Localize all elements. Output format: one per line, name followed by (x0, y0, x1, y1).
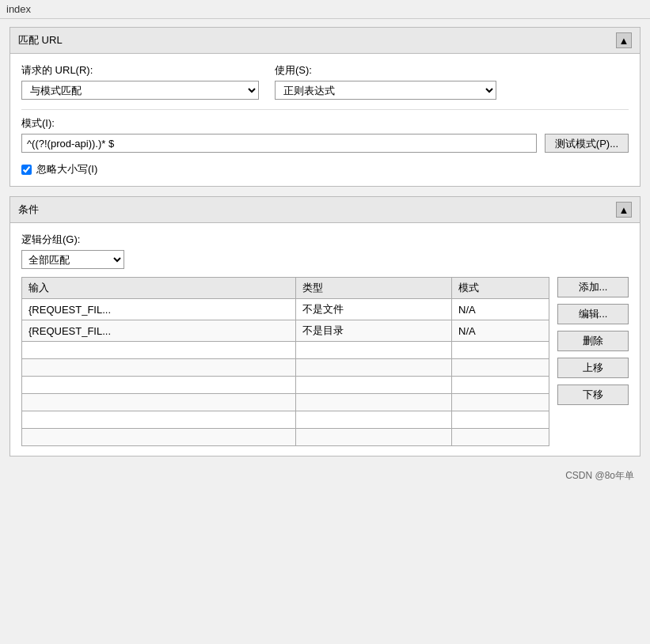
url-use-row: 请求的 URL(R): 与模式匹配 使用(S): 正则表达式 (21, 63, 629, 100)
use-label: 使用(S): (275, 63, 496, 78)
table-row[interactable]: {REQUEST_FIL... 不是目录 N/A (22, 320, 549, 342)
add-button[interactable]: 添加... (557, 277, 629, 297)
cell-type: 不是文件 (295, 299, 451, 320)
move-down-button[interactable]: 下移 (557, 385, 629, 405)
col-pattern: 模式 (452, 278, 549, 299)
ignore-case-row: 忽略大小写(I) (21, 162, 629, 176)
actions-panel: 添加... 编辑... 删除 上移 下移 (557, 277, 629, 405)
col-type: 类型 (295, 278, 451, 299)
table-row-empty (22, 429, 549, 446)
table-row[interactable]: {REQUEST_FIL... 不是文件 N/A (22, 299, 549, 320)
conditions-title: 条件 (18, 203, 39, 217)
table-row-empty (22, 342, 549, 359)
match-url-section: 匹配 URL ▲ 请求的 URL(R): 与模式匹配 使用(S): 正则表达式 (10, 27, 640, 187)
pattern-label: 模式(I): (21, 116, 629, 131)
cell-pattern: N/A (452, 299, 549, 320)
conditions-tbody: {REQUEST_FIL... 不是文件 N/A {REQUEST_FIL...… (22, 299, 549, 446)
delete-button[interactable]: 删除 (557, 331, 629, 351)
header-row: 输入 类型 模式 (22, 278, 549, 299)
conditions-section: 条件 ▲ 逻辑分组(G): 全部匹配 输入 类型 模式 (10, 196, 640, 456)
logic-group-select[interactable]: 全部匹配 (21, 250, 124, 269)
cell-type: 不是目录 (295, 320, 451, 342)
table-header: 输入 类型 模式 (22, 278, 549, 299)
collapse-icon: ▲ (619, 35, 629, 47)
watermark: CSDN @8o年单 (10, 466, 640, 486)
separator-1 (21, 109, 629, 110)
ignore-case-label: 忽略大小写(I) (36, 162, 97, 176)
match-url-header: 匹配 URL ▲ (10, 28, 640, 54)
conditions-body: 逻辑分组(G): 全部匹配 输入 类型 模式 (10, 223, 640, 456)
top-bar: index (0, 0, 650, 19)
edit-button[interactable]: 编辑... (557, 304, 629, 324)
use-group: 使用(S): 正则表达式 (275, 63, 496, 100)
request-url-label: 请求的 URL(R): (21, 63, 259, 78)
logic-group-label: 逻辑分组(G): (21, 233, 629, 247)
col-input: 输入 (22, 278, 296, 299)
table-row-empty (22, 359, 549, 377)
page-title: index (6, 3, 31, 15)
table-row-empty (22, 411, 549, 429)
pattern-input[interactable] (21, 134, 537, 153)
pattern-wrapper: 模式(I): 测试模式(P)... (21, 116, 629, 153)
request-url-select[interactable]: 与模式匹配 (21, 81, 259, 100)
test-pattern-button[interactable]: 测试模式(P)... (545, 134, 629, 153)
conditions-header: 条件 ▲ (10, 197, 640, 223)
cell-pattern: N/A (452, 320, 549, 342)
cell-input: {REQUEST_FIL... (22, 299, 296, 320)
conditions-collapse-icon: ▲ (619, 204, 629, 216)
table-row-empty (22, 394, 549, 411)
match-url-body: 请求的 URL(R): 与模式匹配 使用(S): 正则表达式 模式(I): (10, 54, 640, 186)
conditions-collapse-btn[interactable]: ▲ (616, 202, 632, 218)
ignore-case-checkbox[interactable] (21, 165, 32, 175)
request-url-group: 请求的 URL(R): 与模式匹配 (21, 63, 259, 100)
table-row-empty (22, 377, 549, 394)
pattern-row: 测试模式(P)... (21, 134, 629, 153)
main-content: 匹配 URL ▲ 请求的 URL(R): 与模式匹配 使用(S): 正则表达式 (0, 19, 650, 494)
table-actions-container: 输入 类型 模式 {REQUEST_FIL... 不是文件 N/A {REQUE… (21, 277, 629, 446)
match-url-collapse-btn[interactable]: ▲ (616, 32, 632, 48)
use-select[interactable]: 正则表达式 (275, 81, 496, 100)
cell-input: {REQUEST_FIL... (22, 320, 296, 342)
conditions-table: 输入 类型 模式 {REQUEST_FIL... 不是文件 N/A {REQUE… (21, 277, 549, 446)
match-url-title: 匹配 URL (18, 33, 63, 47)
move-up-button[interactable]: 上移 (557, 358, 629, 378)
